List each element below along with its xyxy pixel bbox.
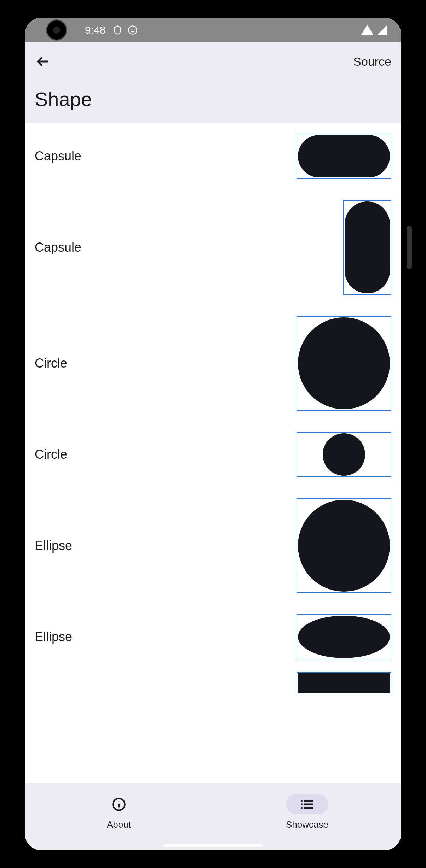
nav-label-about: About: [107, 819, 131, 830]
shape-label: Capsule: [35, 149, 81, 164]
shape-row-circle-small: Circle: [25, 421, 401, 488]
shape-label: Ellipse: [35, 538, 72, 553]
back-arrow-icon: [36, 54, 50, 69]
nav-label-showcase: Showcase: [286, 819, 328, 830]
screen: 9:48: [25, 18, 401, 850]
capsule-vertical-shape: [345, 201, 390, 293]
capsule-horizontal-shape: [298, 135, 390, 177]
source-button[interactable]: Source: [353, 55, 391, 69]
svg-point-1: [131, 29, 132, 30]
shape-row-ellipse-large: Ellipse: [25, 488, 401, 604]
shape-preview-box: [297, 134, 391, 179]
info-icon: [112, 797, 126, 811]
nav-icon-wrap-active: [286, 794, 328, 814]
app-header: Source Shape: [25, 42, 401, 123]
svg-point-2: [134, 29, 135, 30]
status-icons-right: [361, 25, 387, 35]
bottom-nav: About Showcase: [25, 783, 401, 850]
shape-label: Ellipse: [35, 629, 72, 644]
face-icon: [128, 25, 138, 35]
status-time: 9:48: [85, 24, 105, 36]
home-indicator[interactable]: [163, 844, 263, 847]
nav-icon-wrap: [98, 794, 140, 814]
camera-hole: [46, 19, 67, 41]
shape-preview-box: [343, 200, 391, 295]
shape-label: Circle: [35, 447, 67, 462]
shape-preview-box: [297, 498, 391, 593]
header-top: Source: [35, 53, 391, 70]
device-frame: 9:48: [19, 12, 407, 856]
shape-preview-box: [297, 432, 391, 477]
rect-shape-partial: [298, 673, 390, 693]
ellipse-wide-shape: [298, 616, 390, 658]
device-side-button: [407, 226, 412, 269]
page-title: Shape: [35, 88, 391, 111]
circle-small-shape: [323, 433, 365, 476]
svg-point-0: [129, 26, 137, 34]
back-button[interactable]: [35, 53, 52, 70]
shape-row-ellipse-wide: Ellipse: [25, 604, 401, 670]
ellipse-large-shape: [298, 500, 390, 592]
shape-row-capsule-h: Capsule: [25, 123, 401, 189]
shield-icon: [113, 25, 122, 35]
signal-icon: [377, 25, 387, 35]
shape-preview-box: [297, 614, 391, 659]
shape-row-circle-large: Circle: [25, 305, 401, 421]
status-icons-left: [113, 25, 138, 35]
circle-large-shape: [298, 317, 390, 409]
shape-row-partial: [25, 670, 401, 693]
nav-item-showcase[interactable]: Showcase: [213, 783, 401, 841]
svg-point-5: [119, 801, 120, 802]
wifi-icon: [361, 25, 374, 35]
shape-preview-box: [297, 316, 391, 411]
list-icon: [300, 799, 314, 810]
content-scroll[interactable]: Capsule Capsule Circle Circle: [25, 123, 401, 783]
shape-label: Capsule: [35, 240, 81, 255]
status-bar: 9:48: [25, 18, 401, 42]
shape-label: Circle: [35, 356, 67, 371]
shape-preview-box-partial: [297, 672, 391, 693]
shape-row-capsule-v: Capsule: [25, 189, 401, 305]
nav-item-about[interactable]: About: [25, 783, 213, 841]
